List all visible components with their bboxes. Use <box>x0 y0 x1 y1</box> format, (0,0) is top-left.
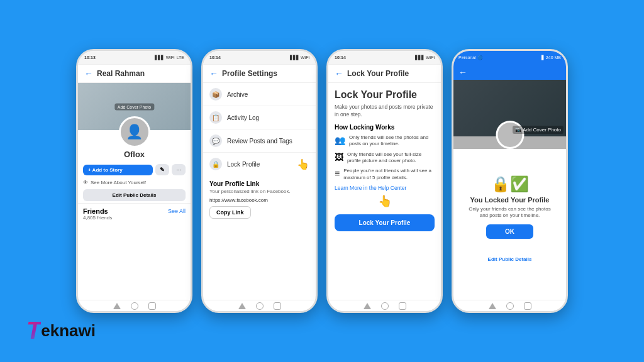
lock-profile-label: Lock Profile <box>227 161 260 168</box>
back-icon-2[interactable]: ← <box>209 69 218 79</box>
edit-public-button[interactable]: Edit Public Details <box>83 189 186 201</box>
phone-4: Personal 🔵 ▋ 240 MB ← 📷 Add Cover Photo … <box>452 49 568 313</box>
phone3-status-bar: 10:14 ▋▋▋ WiFi <box>328 51 441 65</box>
profile-link-title: Your Profile Link <box>209 180 309 187</box>
back-nav-btn[interactable] <box>113 303 121 309</box>
locked-shield-icon: 🔒✅ <box>467 175 552 193</box>
locked-dialog: 🔒✅ You Locked Your Profile Only your fri… <box>460 168 560 246</box>
locked-dialog-sub: Only your friends can see the photos and… <box>467 206 552 219</box>
phone2-header: ← Profile Settings <box>203 65 316 83</box>
add-to-story-button[interactable]: + Add to Story <box>83 165 153 175</box>
profile-actions: + Add to Story ✎ ··· <box>78 162 191 178</box>
phone3-content: ← Lock Your Profile Lock Your Profile Ma… <box>328 65 441 300</box>
phone4-avatar <box>496 121 524 149</box>
lock-profile-button[interactable]: Lock Your Profile <box>335 214 435 231</box>
avatar-area: 👤 Oflox <box>78 116 191 162</box>
phone3-signal: ▋▋▋ WiFi <box>415 55 435 60</box>
review-posts-menu-item[interactable]: 💬 Review Posts and Tags <box>203 129 316 153</box>
add-cover-label[interactable]: Add Cover Photo <box>114 103 154 110</box>
activity-log-menu-item[interactable]: 📋 Activity Log <box>203 106 316 129</box>
recents-nav-btn-2[interactable] <box>274 302 281 310</box>
phone1-header: ← Real Rahman <box>78 65 191 83</box>
lock-icon: 🔒 <box>209 158 222 170</box>
lock-profile-sub: Make your photos and posts more private … <box>335 104 435 119</box>
friends-title: Friends <box>83 207 108 215</box>
phone2-signal: ▋▋▋ WiFi <box>290 55 309 60</box>
review-posts-label: Review Posts and Tags <box>227 138 292 145</box>
profile-link-sub: Your personalized link on Facebook. <box>209 189 309 194</box>
friends-header: Friends See All <box>83 207 186 215</box>
copy-link-button[interactable]: Copy Link <box>209 206 251 219</box>
logo-t-icon: T <box>26 317 41 344</box>
lock-header-title: Lock Your Profile <box>347 69 409 78</box>
profile-link-url: https://www.facebook.com <box>209 197 309 203</box>
phone2-home-bar <box>203 300 316 311</box>
cursor-hand-icon-3: 👆 <box>335 194 435 208</box>
phone3-time: 10:14 <box>335 55 346 60</box>
back-nav-btn-2[interactable] <box>238 303 246 309</box>
profile-link-section: Your Profile Link Your personalized link… <box>203 175 316 224</box>
learn-more-link[interactable]: Learn More in the Help Center <box>335 185 435 191</box>
recents-nav-btn-4[interactable] <box>524 302 531 310</box>
friends-photo-icon: 👥 <box>335 135 345 145</box>
logo-brand-text: eknawi <box>41 321 96 341</box>
lock-feature-1: 👥 Only friends will see the photos and p… <box>335 134 435 148</box>
profile-name: Oflox <box>124 150 145 159</box>
back-icon-3[interactable]: ← <box>335 69 343 79</box>
back-icon[interactable]: ← <box>84 69 93 79</box>
friends-section: Friends See All 4,805 friends <box>78 203 191 224</box>
lock-profile-title: Lock Your Profile <box>335 89 435 101</box>
phone-2: 10:14 ▋▋▋ WiFi ← Profile Settings 📦 Arch… <box>201 49 318 313</box>
details-icon: ≡ <box>335 168 340 178</box>
archive-icon: 📦 <box>209 88 222 101</box>
lock-feature-2: 🖼 Only friends will see your full-size p… <box>335 151 435 165</box>
phone4-status-bar: Personal 🔵 ▋ 240 MB <box>453 51 566 65</box>
home-nav-btn-2[interactable] <box>256 302 264 310</box>
see-all-link[interactable]: See All <box>168 208 186 214</box>
back-nav-btn-3[interactable] <box>364 303 371 309</box>
how-locking-title: How Locking Works <box>335 124 435 131</box>
back-nav-btn-4[interactable] <box>489 303 496 309</box>
recents-nav-btn[interactable] <box>148 302 156 310</box>
archive-label: Archive <box>227 91 248 98</box>
lock-feature-3: ≡ People you're not friends with will se… <box>335 168 435 181</box>
see-more-row: 👁 See More About Yourself <box>78 178 191 187</box>
phone4-home-bar <box>453 300 566 311</box>
home-nav-btn-4[interactable] <box>506 302 514 310</box>
cursor-hand-icon: 👆 <box>297 158 309 170</box>
archive-menu-item[interactable]: 📦 Archive <box>203 83 316 106</box>
add-cover-label-4[interactable]: 📷 Add Cover Photo <box>513 126 564 134</box>
see-more-label: See More About Yourself <box>91 180 146 185</box>
back-icon-4[interactable]: ← <box>458 67 467 77</box>
home-nav-btn-3[interactable] <box>381 302 389 310</box>
phone2-status-bar: 10:14 ▋▋▋ WiFi <box>203 51 316 65</box>
eye-icon: 👁 <box>83 180 88 185</box>
review-posts-icon: 💬 <box>209 134 222 147</box>
phone2-time: 10:14 <box>209 55 221 60</box>
phone-3: 10:14 ▋▋▋ WiFi ← Lock Your Profile Lock … <box>326 49 443 313</box>
phone4-signal: ▋ 240 MB <box>541 55 561 60</box>
phone-1: 10:13 ▋▋▋ WiFi LTE ← Real Rahman Add Cov… <box>76 49 192 313</box>
more-button[interactable]: ··· <box>172 164 186 175</box>
phone4-cover: 📷 Add Cover Photo <box>453 80 566 136</box>
profile-header-title: Real Rahman <box>97 69 145 78</box>
phone1-status-bar: 10:13 ▋▋▋ WiFi LTE <box>78 51 191 65</box>
ok-button[interactable]: OK <box>486 224 533 239</box>
lock-feature-text-2: Only friends will see your full-size pro… <box>347 151 435 165</box>
profile-settings-title: Profile Settings <box>222 69 277 78</box>
phone4-content: ← 📷 Add Cover Photo 🔒✅ You Locked Your P… <box>453 65 566 300</box>
recents-nav-btn-3[interactable] <box>399 302 406 310</box>
edit-public-link-4[interactable]: Edit Public Details <box>453 253 566 266</box>
edit-button[interactable]: ✎ <box>155 164 169 175</box>
locked-dialog-title: You Locked Your Profile <box>467 196 552 204</box>
logo-text: Teknawi <box>26 317 96 344</box>
lock-feature-text-1: Only friends will see the photos and pos… <box>349 134 435 148</box>
avatar: 👤 <box>119 116 150 148</box>
phone1-signal: ▋▋▋ WiFi LTE <box>155 55 184 60</box>
phone2-content: ← Profile Settings 📦 Archive 📋 Activity … <box>203 65 316 300</box>
home-nav-btn[interactable] <box>131 302 138 310</box>
activity-log-icon: 📋 <box>209 111 222 124</box>
logo-area: Teknawi <box>26 317 96 344</box>
lock-profile-menu-item[interactable]: 🔒 Lock Profile 👆 <box>203 153 316 175</box>
phone3-home-bar <box>328 300 441 311</box>
